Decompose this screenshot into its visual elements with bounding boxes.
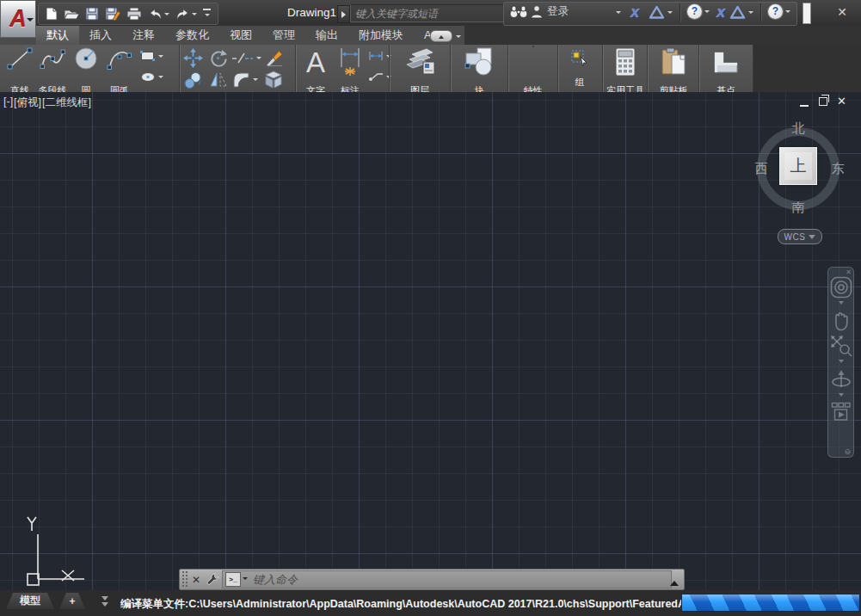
fillet-tool[interactable] bbox=[231, 71, 258, 88]
undo-button[interactable] bbox=[148, 8, 169, 20]
copy-tool[interactable] bbox=[183, 71, 202, 89]
linear-dimension-tool[interactable] bbox=[368, 51, 391, 61]
orbit-caret-icon[interactable] bbox=[839, 393, 844, 399]
viewport-menu-control[interactable]: [-] bbox=[3, 95, 13, 110]
ribbon-tab-addins[interactable]: 附加模块 bbox=[348, 26, 414, 45]
navbar-collapse-icon[interactable]: ⊖ bbox=[844, 447, 851, 456]
drawing-canvas[interactable]: [-] [俯视] [二维线框] ✕ 北 西 东 南 上 WCS ✕ bbox=[0, 92, 861, 590]
trim-caret[interactable] bbox=[256, 57, 261, 62]
zoom-caret-icon[interactable] bbox=[839, 360, 844, 366]
erase-tool[interactable] bbox=[265, 48, 285, 67]
ribbon-tab-insert[interactable]: 插入 bbox=[79, 26, 122, 45]
navigation-wheel-icon[interactable] bbox=[830, 276, 852, 299]
dimension-tool[interactable]: 标注 bbox=[334, 46, 366, 83]
ellipse-tool[interactable] bbox=[140, 71, 163, 83]
ribbon-tab-output[interactable]: 输出 bbox=[305, 26, 348, 45]
ribbon-minimize-caret[interactable] bbox=[456, 35, 461, 40]
showmotion-icon[interactable] bbox=[831, 402, 852, 422]
open-file-button[interactable] bbox=[64, 8, 79, 20]
leader-tool[interactable] bbox=[368, 71, 391, 82]
search-input[interactable] bbox=[351, 6, 507, 22]
rotate-tool[interactable] bbox=[209, 49, 227, 67]
exchange-apps-button[interactable]: X bbox=[630, 5, 639, 20]
fillet-caret[interactable] bbox=[253, 78, 258, 83]
new-layout-tab[interactable]: + bbox=[58, 592, 86, 609]
save-button[interactable] bbox=[85, 7, 99, 21]
viewcube-west[interactable]: 西 bbox=[755, 161, 768, 177]
help-button-2[interactable]: ? bbox=[768, 4, 790, 19]
command-history-caret[interactable] bbox=[243, 577, 248, 582]
redo-dropdown-caret[interactable] bbox=[192, 13, 197, 18]
circle-tool[interactable]: 圆 bbox=[70, 46, 102, 74]
ribbon-tab-home[interactable]: 默认 bbox=[36, 26, 79, 45]
app-close-button[interactable]: ✕ bbox=[831, 3, 853, 22]
command-bar-grip[interactable] bbox=[181, 570, 188, 588]
viewport-view-control[interactable]: [俯视] bbox=[14, 95, 41, 110]
model-tab[interactable]: 模型 bbox=[5, 592, 55, 609]
ribbon-tab-parametric[interactable]: 参数化 bbox=[165, 26, 219, 45]
ribbon-tab-manage[interactable]: 管理 bbox=[262, 26, 305, 45]
command-input[interactable] bbox=[249, 573, 668, 586]
viewcube-top-face[interactable]: 上 bbox=[779, 147, 817, 185]
zoom-extents-icon[interactable] bbox=[830, 335, 852, 357]
command-prompt-button[interactable]: >_ bbox=[225, 572, 241, 587]
ribbon-tab-annotate[interactable]: 注释 bbox=[122, 26, 165, 45]
navbar-close-icon[interactable]: ✕ bbox=[846, 268, 852, 276]
qat-customize-button[interactable] bbox=[203, 9, 211, 19]
status-expand-chevrons[interactable] bbox=[101, 596, 108, 608]
text-tool[interactable]: A 文字 bbox=[299, 46, 332, 79]
trim-tool[interactable] bbox=[231, 52, 261, 65]
viewcube-north[interactable]: 北 bbox=[792, 120, 805, 137]
clipboard-tool[interactable]: 剪贴板 bbox=[650, 46, 697, 80]
base-tool[interactable]: 基点 bbox=[702, 46, 750, 79]
viewcube-east[interactable]: 东 bbox=[832, 161, 845, 177]
rectangle-caret[interactable] bbox=[158, 55, 163, 60]
block-tool[interactable]: 块 bbox=[452, 46, 506, 81]
panel-divider bbox=[698, 45, 700, 92]
group-tool[interactable]: 组 bbox=[559, 46, 600, 71]
block-label: 块 bbox=[452, 84, 506, 92]
utilities-tool[interactable]: 实用工具 bbox=[604, 46, 647, 80]
explode-tool[interactable] bbox=[263, 71, 284, 89]
command-expand-arrow[interactable] bbox=[670, 576, 679, 586]
panel-divider bbox=[295, 45, 297, 92]
wheel-caret-icon[interactable] bbox=[839, 301, 844, 307]
command-bar-close-button[interactable]: ✕ bbox=[188, 574, 204, 586]
customize-wrench-icon[interactable] bbox=[206, 573, 219, 586]
ellipse-caret[interactable] bbox=[158, 76, 163, 81]
help-button[interactable]: ? bbox=[687, 4, 710, 19]
polyline-tool[interactable]: 多段线 bbox=[36, 46, 69, 74]
search-go-button[interactable] bbox=[509, 4, 528, 19]
a360-button[interactable] bbox=[649, 5, 673, 20]
undo-dropdown-caret[interactable] bbox=[164, 13, 169, 18]
layers-tool[interactable]: 图层 bbox=[392, 46, 447, 81]
ribbon-tab-view[interactable]: 视图 bbox=[219, 26, 262, 45]
rectangle-tool[interactable] bbox=[140, 51, 163, 62]
exchange-x-icon-2: X bbox=[716, 5, 725, 20]
minimize-icon bbox=[800, 96, 809, 107]
application-menu-button[interactable]: A bbox=[0, 0, 36, 38]
orbit-icon[interactable] bbox=[831, 368, 852, 391]
pan-hand-icon[interactable] bbox=[831, 310, 852, 332]
mirror-tool[interactable] bbox=[209, 71, 228, 88]
signin-dropdown-caret[interactable] bbox=[616, 9, 621, 16]
drawing-minimize-button[interactable] bbox=[798, 95, 809, 107]
signin-button[interactable]: 登录 bbox=[530, 4, 569, 19]
viewcube-south[interactable]: 南 bbox=[792, 200, 805, 216]
new-file-button[interactable] bbox=[46, 7, 58, 21]
fillet-icon bbox=[231, 71, 250, 88]
ribbon-minimize-button[interactable] bbox=[430, 30, 452, 42]
move-tool[interactable] bbox=[183, 48, 203, 68]
title-expand-button[interactable] bbox=[337, 5, 350, 23]
exchange-apps-button-2[interactable]: X bbox=[716, 5, 725, 20]
save-as-button[interactable] bbox=[105, 7, 120, 21]
drawing-restore-button[interactable] bbox=[817, 95, 828, 107]
line-tool[interactable]: 直线 bbox=[3, 46, 36, 74]
plot-button[interactable] bbox=[126, 7, 142, 21]
wcs-menu-button[interactable]: WCS bbox=[778, 229, 822, 244]
arc-tool[interactable]: 圆弧 bbox=[103, 46, 136, 74]
drawing-close-button[interactable]: ✕ bbox=[836, 95, 847, 107]
redo-button[interactable] bbox=[175, 8, 197, 20]
a360-button-2[interactable] bbox=[729, 5, 753, 20]
viewport-visual-style-control[interactable]: [二维线框] bbox=[42, 95, 91, 110]
